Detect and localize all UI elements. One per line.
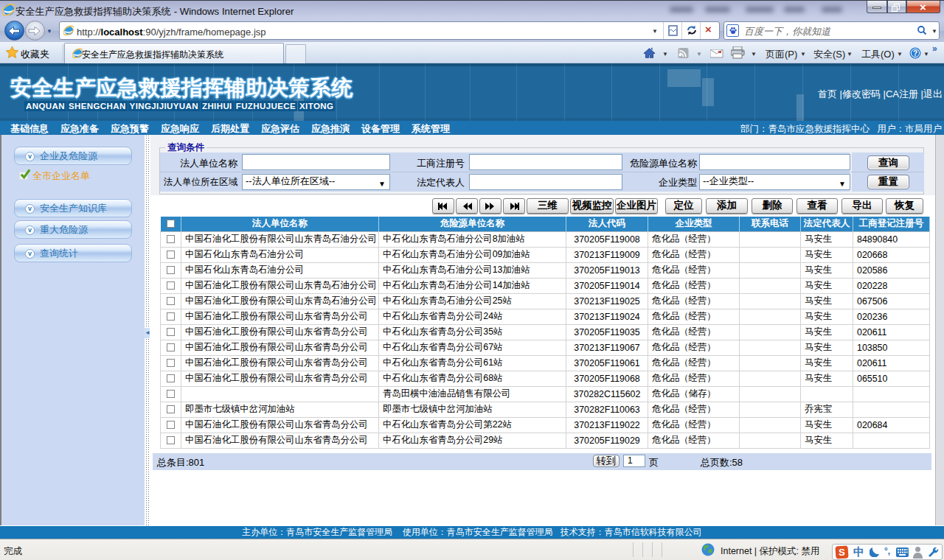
svg-text:?: ? [913,49,917,57]
svg-text:S: S [839,547,845,558]
